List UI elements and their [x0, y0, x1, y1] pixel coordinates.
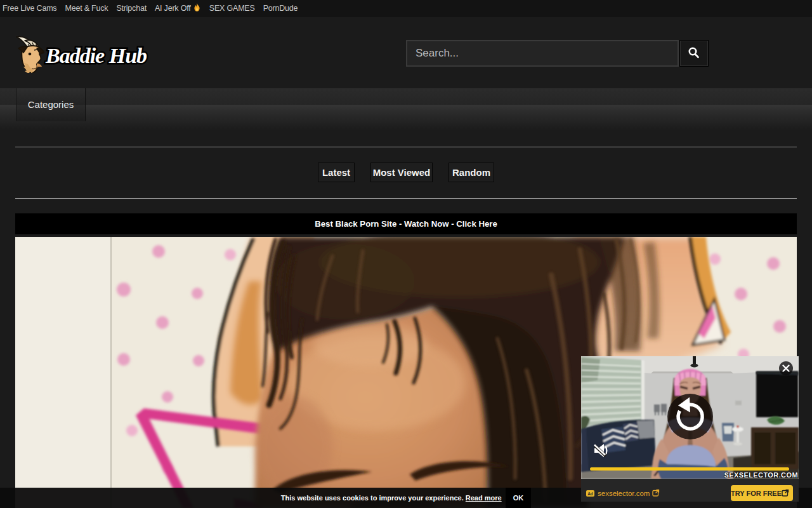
- svg-text:sexselector.com: sexselector.com: [598, 490, 650, 497]
- svg-text:SEXSELECTOR.COM: SEXSELECTOR.COM: [724, 471, 798, 479]
- svg-text:TRY FOR FREE: TRY FOR FREE: [731, 490, 782, 497]
- svg-text:Baddie Hub: Baddie Hub: [45, 44, 147, 67]
- svg-text:Ad: Ad: [587, 491, 593, 496]
